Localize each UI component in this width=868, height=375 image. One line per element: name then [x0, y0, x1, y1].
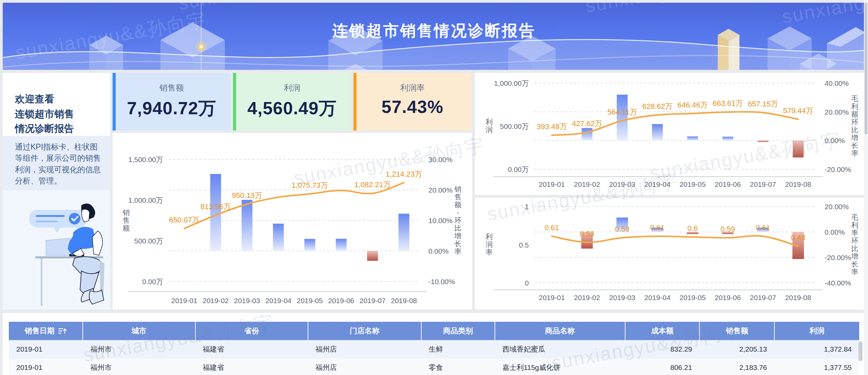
- data-label: 650.07万: [169, 216, 199, 224]
- bar-2019-03[interactable]: [242, 200, 252, 251]
- svg-text:1,500.00万: 1,500.00万: [128, 156, 163, 163]
- table-cell: 零食: [421, 358, 495, 375]
- kpi-accent-bar: [233, 73, 236, 131]
- column-header-5: 商品名称: [495, 322, 625, 340]
- column-header-label: 成本额: [651, 326, 674, 336]
- table-cell: 2,183.76: [699, 358, 774, 375]
- data-label: 657.15万: [748, 100, 778, 108]
- kpi-value: 7,940.72万: [113, 97, 231, 120]
- svg-text:2019-04: 2019-04: [265, 297, 291, 304]
- bar-2019-08[interactable]: [399, 214, 409, 251]
- data-label: 1,075.73万: [291, 181, 328, 190]
- svg-text:500.00万: 500.00万: [500, 122, 529, 130]
- data-label: 564.11万: [607, 108, 637, 116]
- bar-2019-04[interactable]: [273, 224, 284, 251]
- data-label: 427.62万: [572, 119, 602, 128]
- bar-2019-07[interactable]: [367, 251, 378, 261]
- data-label: 0.59: [720, 225, 735, 233]
- page-title: 连锁超市销售情况诊断报告: [3, 20, 865, 41]
- column-header-label: 城市: [132, 326, 147, 336]
- bar-2019-02[interactable]: [210, 174, 221, 251]
- svg-text:0.00万: 0.00万: [142, 278, 163, 285]
- column-header-3: 门店名称: [308, 322, 421, 340]
- svg-text:2019-07: 2019-07: [750, 180, 776, 188]
- bar-2019-03[interactable]: [617, 95, 628, 140]
- kpi-accent-bar: [113, 73, 116, 131]
- svg-text:1,000.00万: 1,000.00万: [128, 196, 163, 204]
- kpi-accent-bar: [353, 73, 356, 131]
- data-label: 1,082.21万: [354, 180, 391, 189]
- kpi-card-profit: 利润 4,560.49万: [233, 73, 351, 131]
- page-scrollbar[interactable]: [864, 0, 868, 375]
- table-cell: 福州店: [308, 340, 421, 358]
- data-label: 0.61: [544, 223, 559, 232]
- description-text: 通过KPI指标卡、柱状图等组件，展示公司的销售利润，实现可视化的信息分析、管理。: [3, 136, 110, 186]
- bar-2019-06[interactable]: [336, 239, 347, 251]
- sort-icon[interactable]: [58, 327, 67, 335]
- column-header-label: 门店名称: [350, 326, 380, 336]
- welcome-text: 欢迎查看 连锁超市销售 情况诊断报告: [3, 73, 110, 136]
- table-scrollbar-thumb[interactable]: [859, 341, 863, 361]
- profit-rate-growth-chart[interactable]: 00.51-40.00%-20.00%0.00%20.00%利润率毛利率环比增长…: [475, 198, 865, 310]
- illustration-block: [3, 190, 110, 310]
- bar-2019-08[interactable]: [793, 140, 804, 157]
- sales-growth-chart[interactable]: 0.00万500.00万1,000.00万1,500.00万-10.00%0.0…: [113, 133, 472, 310]
- svg-text:-20.00%: -20.00%: [825, 254, 851, 261]
- column-header-label: 商品名称: [545, 326, 575, 336]
- svg-text:2019-06: 2019-06: [715, 294, 741, 301]
- svg-text:2019-07: 2019-07: [360, 297, 386, 304]
- svg-text:2019-03: 2019-03: [609, 180, 635, 188]
- data-label: 0.61: [650, 223, 665, 232]
- table-row[interactable]: 2019-01福州市福建省福州店零食嘉士利115g威化饼806.212,183.…: [9, 358, 859, 375]
- welcome-line: 欢迎查看: [15, 92, 110, 107]
- svg-text:2019-05: 2019-05: [679, 294, 706, 301]
- profit-growth-chart[interactable]: 0.00万500.00万1,000.00万-20.00%0.00%20.00%4…: [475, 73, 865, 195]
- data-label: 579.44万: [783, 106, 813, 115]
- bar-2019-02[interactable]: [582, 128, 593, 141]
- svg-text:0.00万: 0.00万: [508, 165, 529, 173]
- column-header-label: 销售额: [726, 326, 748, 336]
- table-cell: 福州市: [83, 340, 195, 358]
- svg-text:-40.00%: -40.00%: [825, 279, 851, 287]
- column-header-0[interactable]: 销售日期: [9, 322, 83, 340]
- svg-text:2019-05: 2019-05: [297, 297, 323, 304]
- column-header-6: 成本额: [625, 322, 700, 340]
- svg-text:0.00%: 0.00%: [825, 137, 845, 144]
- dashboard-page: 连锁超市销售情况诊断报告 欢迎查看 连锁超市销售 情况诊断报告 通过KPI指标卡…: [0, 0, 868, 375]
- bar-2019-07[interactable]: [757, 140, 768, 142]
- data-label: 0.61: [756, 223, 770, 232]
- column-header-1: 城市: [83, 322, 195, 340]
- table-cell: 福州市: [83, 358, 195, 375]
- bar-2019-04[interactable]: [652, 124, 663, 140]
- table-cell: 福建省: [195, 358, 308, 375]
- svg-text:2019-01: 2019-01: [171, 297, 197, 304]
- column-header-label: 利润: [810, 326, 825, 336]
- svg-text:0: 0: [525, 279, 529, 287]
- bar-2019-06[interactable]: [722, 137, 733, 140]
- table-row[interactable]: 2019-01福州市福建省福州店生鲜西域香妃蜜瓜832.292,205.131,…: [9, 340, 859, 358]
- svg-text:2019-02: 2019-02: [202, 297, 229, 304]
- svg-text:0.00%: 0.00%: [428, 247, 449, 255]
- svg-text:2019-08: 2019-08: [785, 294, 811, 301]
- data-label: 0.6: [688, 224, 698, 233]
- welcome-line: 情况诊断报告: [15, 121, 110, 136]
- person-laptop-illustration: [3, 190, 110, 310]
- column-header-2: 省份: [195, 322, 308, 340]
- bar-2019-05[interactable]: [304, 239, 315, 251]
- data-label: 393.48万: [537, 122, 567, 131]
- svg-text:2019-04: 2019-04: [644, 180, 671, 188]
- kpi-card-sales: 销售额 7,940.72万: [113, 73, 231, 131]
- svg-text:20.00%: 20.00%: [428, 186, 452, 194]
- svg-text:-20.00%: -20.00%: [825, 165, 851, 173]
- svg-text:销售额-环比增长率: 销售额-环比增长率: [454, 185, 462, 255]
- svg-text:2019-01: 2019-01: [539, 294, 565, 301]
- detail-table-card: 销售日期城市省份门店名称商品类别商品名称成本额销售额利润 2019-01福州市福…: [3, 313, 865, 375]
- data-label: 1,214.23万: [386, 170, 422, 178]
- bar-2019-05[interactable]: [687, 136, 698, 140]
- svg-text:2019-01: 2019-01: [539, 180, 565, 188]
- svg-text:2019-05: 2019-05: [679, 180, 706, 188]
- svg-text:2019-02: 2019-02: [574, 294, 600, 301]
- page-scrollbar-thumb[interactable]: [865, 3, 867, 134]
- header-banner: 连锁超市销售情况诊断报告: [3, 3, 865, 70]
- svg-text:2019-06: 2019-06: [715, 180, 741, 188]
